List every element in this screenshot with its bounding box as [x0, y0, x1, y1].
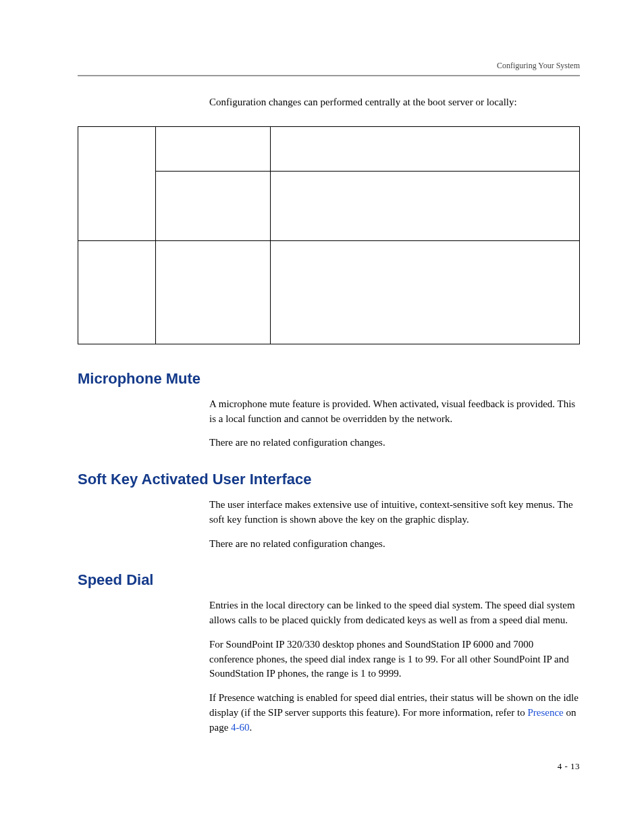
section-body: The user interface makes extensive use o…	[209, 498, 580, 551]
paragraph: For SoundPoint IP 320/330 desktop phones…	[209, 637, 580, 681]
paragraph: There are no related configuration chang…	[209, 537, 580, 552]
section-microphone-mute: Microphone Mute A microphone mute featur…	[78, 370, 580, 450]
page-number: 4 - 13	[558, 761, 580, 772]
section-heading: Microphone Mute	[78, 370, 580, 388]
table-cell	[156, 240, 271, 344]
xref-link-presence[interactable]: Presence	[527, 707, 563, 718]
table-cell	[156, 126, 271, 171]
table-cell	[78, 126, 156, 240]
paragraph: The user interface makes extensive use o…	[209, 498, 580, 527]
table-row	[78, 240, 580, 344]
table-cell	[271, 126, 580, 171]
table-cell	[271, 240, 580, 344]
table-cell	[78, 240, 156, 344]
xref-link-page[interactable]: 4-60	[231, 722, 250, 733]
section-speed-dial: Speed Dial Entries in the local director…	[78, 571, 580, 735]
section-soft-key-ui: Soft Key Activated User Interface The us…	[78, 471, 580, 551]
paragraph: There are no related configuration chang…	[209, 436, 580, 450]
section-body: Entries in the local directory can be li…	[209, 598, 580, 735]
paragraph: A microphone mute feature is provided. W…	[209, 397, 580, 427]
section-heading: Soft Key Activated User Interface	[78, 471, 580, 488]
text-run: .	[250, 722, 252, 733]
document-page: Configuring Your System Configuration ch…	[0, 0, 644, 834]
paragraph: If Presence watching is enabled for spee…	[209, 691, 580, 735]
intro-paragraph: Configuration changes can performed cent…	[209, 95, 580, 110]
section-heading: Speed Dial	[78, 571, 580, 589]
table-cell	[156, 171, 271, 240]
section-body: A microphone mute feature is provided. W…	[209, 397, 580, 450]
table-row	[78, 126, 580, 171]
header-rule	[78, 75, 580, 76]
table-cell	[271, 171, 580, 240]
running-head: Configuring Your System	[78, 61, 580, 71]
config-table	[78, 126, 580, 344]
paragraph: Entries in the local directory can be li…	[209, 598, 580, 628]
text-run: If Presence watching is enabled for spee…	[209, 692, 579, 718]
